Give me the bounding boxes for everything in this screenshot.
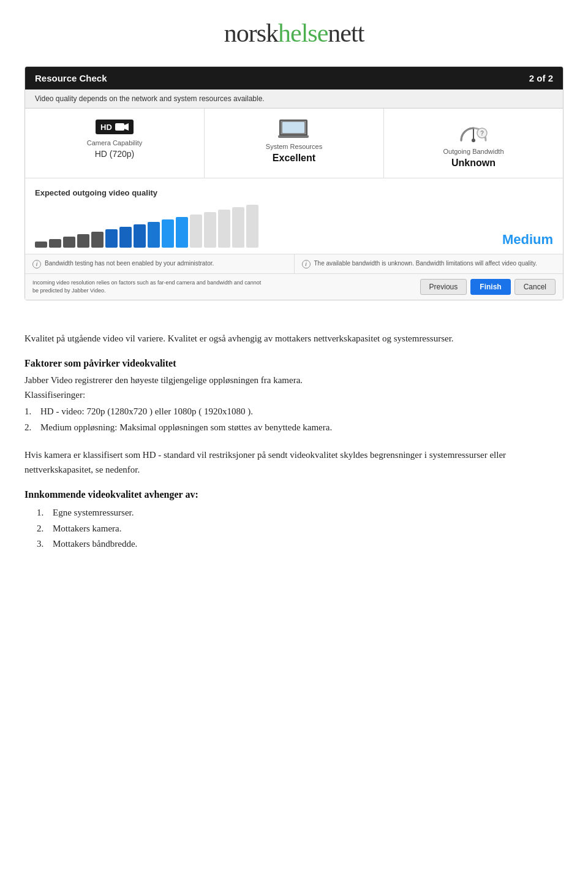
section-1-sub: Jabber Video registrerer den høyeste til… <box>24 373 564 387</box>
bar-segment-4 <box>91 232 104 248</box>
incoming-item-1: 2.Mottakers kamera. <box>37 521 564 537</box>
bar-segment-13 <box>218 210 230 248</box>
bar-segment-7 <box>134 224 146 248</box>
bar-segment-0 <box>35 242 47 248</box>
widget-subheader-text: Video quality depends on the network and… <box>35 94 265 103</box>
info-text-1: Bandwidth testing has not been enabled b… <box>45 259 214 268</box>
logo-area: norskhelsenett <box>0 0 588 60</box>
system-label: System Resources <box>211 143 377 150</box>
resource-check-widget: Resource Check 2 of 2 Video quality depe… <box>24 66 564 300</box>
cancel-button[interactable]: Cancel <box>514 279 556 295</box>
incoming-item-2: 3.Mottakers båndbredde. <box>37 536 564 552</box>
widget-title: Resource Check <box>35 73 107 83</box>
bar-segment-14 <box>232 207 244 248</box>
svg-rect-0 <box>115 123 124 131</box>
bar-segment-9 <box>162 219 174 248</box>
bar-segment-8 <box>148 222 160 248</box>
footer-row: Incoming video resolution relies on fact… <box>25 274 563 300</box>
info-cell-1: i Bandwidth testing has not been enabled… <box>25 254 295 273</box>
section-1-heading: Faktorer som påvirker videokvalitet <box>24 358 564 369</box>
logo-helse: helse <box>278 19 328 47</box>
info-row: i Bandwidth testing has not been enabled… <box>25 254 563 274</box>
incoming-item-0: 1.Egne systemressurser. <box>37 505 564 521</box>
classification-num-1: 2. <box>24 420 36 436</box>
incoming-list: 1.Egne systemressurser.2.Mottakers kamer… <box>24 505 564 552</box>
paragraph-2: Hvis kamera er klassifisert som HD - sta… <box>24 447 564 477</box>
classification-item-1: 2.Medium oppløsning: Maksimal oppløsning… <box>24 420 564 436</box>
footer-buttons: Previous Finish Cancel <box>420 279 556 295</box>
bar-segment-12 <box>204 212 216 248</box>
bar-segment-5 <box>105 229 118 248</box>
logo-nett: nett <box>328 19 364 47</box>
bar-segment-2 <box>63 237 75 248</box>
classification-num-0: 1. <box>24 404 36 420</box>
svg-marker-1 <box>124 123 129 131</box>
classification-item-0: 1.HD - video: 720p (1280x720 ) eller 108… <box>24 404 564 420</box>
laptop-icon-wrapper <box>211 120 377 138</box>
metric-bandwidth: ? Outgoing Bandwidth Unknown <box>384 108 563 178</box>
section-1: Faktorer som påvirker videokvalitet Jabb… <box>24 358 564 435</box>
incoming-num-1: 2. <box>37 521 48 537</box>
classifications-list: 1.HD - video: 720p (1280x720 ) eller 108… <box>24 404 564 435</box>
incoming-num-0: 1. <box>37 505 48 521</box>
quality-result: Medium <box>484 232 553 248</box>
info-icon-1: i <box>32 260 41 268</box>
camera-value: HD (720p) <box>31 149 198 159</box>
bar-segment-11 <box>190 215 202 248</box>
bar-segment-3 <box>77 234 89 248</box>
classification-text-1: Medium oppløsning: Maksimal oppløsningen… <box>40 420 332 436</box>
bandwidth-value: Unknown <box>390 158 557 169</box>
widget-subheader: Video quality depends on the network and… <box>25 89 563 108</box>
info-cell-2: i The available bandwidth is unknown. Ba… <box>295 254 564 273</box>
incoming-text-1: Mottakers kamera. <box>53 521 121 537</box>
finish-button[interactable]: Finish <box>470 279 510 295</box>
laptop-base-icon <box>278 135 309 138</box>
metric-system: System Resources Excellent <box>205 108 384 178</box>
page-indicator: 2 of 2 <box>529 73 553 83</box>
quality-bars-row: Medium <box>35 205 553 248</box>
classifications-label: Klassifiseringer: <box>24 390 564 400</box>
classification-text-0: HD - video: 720p (1280x720 ) eller 1080p… <box>40 404 253 420</box>
quality-label: Expected outgoing video quality <box>35 188 553 197</box>
widget-body: HD Camera Capability HD (720p) <box>25 108 563 300</box>
previous-button[interactable]: Previous <box>420 279 467 295</box>
system-value: Excellent <box>211 153 377 164</box>
incoming-num-2: 3. <box>37 536 48 552</box>
info-icon-2: i <box>302 260 311 268</box>
bar-segment-1 <box>49 239 61 248</box>
bandwidth-label: Outgoing Bandwidth <box>390 148 557 155</box>
bar-segment-6 <box>119 227 132 248</box>
metric-camera: HD Camera Capability HD (720p) <box>25 108 205 178</box>
logo-norsk: norsk <box>224 19 278 47</box>
bar-segment-10 <box>176 217 188 248</box>
paragraph-1: Kvalitet på utgående video vil variere. … <box>24 331 564 346</box>
footer-note: Incoming video resolution relies on fact… <box>32 279 265 294</box>
metrics-row: HD Camera Capability HD (720p) <box>25 108 563 178</box>
hd-camera-icon: HD <box>96 120 134 134</box>
gauge-svg-icon: ? <box>459 120 488 143</box>
info-text-2: The available bandwidth is unknown. Band… <box>314 259 537 268</box>
widget-header: Resource Check 2 of 2 <box>25 67 563 89</box>
bar-segment-15 <box>246 205 258 248</box>
svg-text:?: ? <box>480 130 484 137</box>
gauge-icon-wrapper: ? <box>390 120 557 143</box>
camera-icon-wrapper: HD <box>31 120 198 134</box>
incoming-text-0: Egne systemressurser. <box>53 505 134 521</box>
section-2-heading: Innkommende videokvalitet avhenger av: <box>24 489 564 500</box>
camera-label: Camera Capability <box>31 139 198 147</box>
quality-section: Expected outgoing video quality Medium <box>25 178 563 254</box>
camera-svg-icon <box>115 122 129 132</box>
text-content: Kvalitet på utgående video vil variere. … <box>0 319 588 583</box>
section-2: Innkommende videokvalitet avhenger av: 1… <box>24 489 564 552</box>
bars-container <box>35 205 484 248</box>
laptop-screen-icon <box>279 120 307 135</box>
incoming-text-2: Mottakers båndbredde. <box>53 536 137 552</box>
